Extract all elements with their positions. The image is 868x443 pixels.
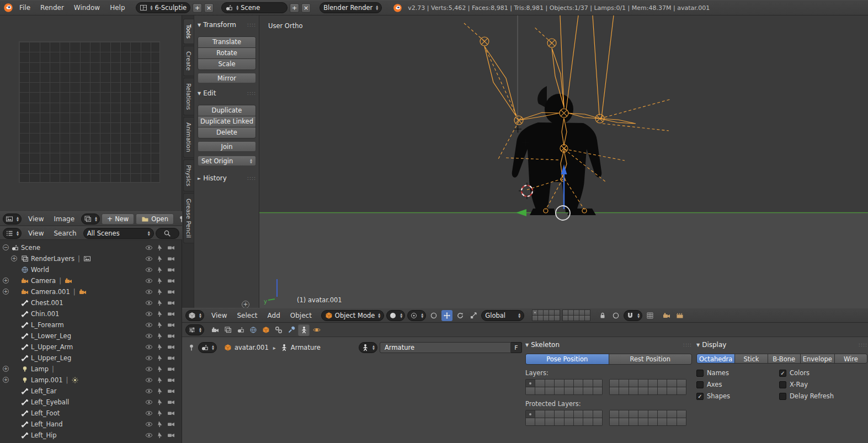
- layer-toggle-12[interactable]: [648, 387, 657, 394]
- selectable-pointer-icon[interactable]: [156, 376, 164, 384]
- toggle-rest-position[interactable]: Rest Position: [609, 354, 692, 364]
- outliner-row-lamp-001[interactable]: +Lamp.001: [0, 375, 182, 386]
- layer-toggle-5[interactable]: [658, 410, 667, 418]
- layer-toggle-9[interactable]: [535, 387, 544, 394]
- outliner-row-l-lower-leg[interactable]: L_Lower_Leg: [0, 330, 182, 341]
- visibility-eye-icon[interactable]: [145, 354, 153, 362]
- layer-toggle-6[interactable]: [583, 380, 592, 387]
- checkbox-box-icon[interactable]: ✓: [696, 393, 704, 400]
- layer-toggle-14[interactable]: [667, 387, 676, 394]
- selectable-pointer-icon[interactable]: [156, 266, 164, 274]
- snap-select[interactable]: [624, 310, 642, 321]
- renderable-camera-icon[interactable]: [167, 277, 175, 285]
- renderable-camera-icon[interactable]: [167, 398, 175, 406]
- visibility-eye-icon[interactable]: [145, 310, 153, 318]
- selectable-pointer-icon[interactable]: [156, 288, 164, 296]
- outliner-menu-search[interactable]: Search: [49, 229, 81, 237]
- pin-icon[interactable]: [188, 344, 195, 351]
- top-menu-help[interactable]: Help: [105, 4, 130, 12]
- shelf-tab-physics[interactable]: Physics: [183, 159, 194, 192]
- collapse-toggle-icon[interactable]: −: [3, 244, 9, 250]
- panel-drag-icon[interactable]: [859, 342, 867, 348]
- layer-toggle-0[interactable]: [610, 410, 619, 418]
- scene-layer-4[interactable]: [555, 310, 560, 315]
- renderable-camera-icon[interactable]: [167, 321, 175, 329]
- panel-drag-icon[interactable]: [247, 22, 256, 28]
- layer-toggle-15[interactable]: [677, 418, 686, 425]
- layer-toggle-10[interactable]: [629, 387, 638, 394]
- layer-toggle-13[interactable]: [574, 418, 583, 425]
- top-menu-file[interactable]: File: [14, 4, 35, 12]
- scene-layer-7[interactable]: [544, 316, 549, 321]
- add-screen-button[interactable]: [193, 3, 202, 13]
- checkbox-x-ray[interactable]: X-Ray: [779, 381, 834, 388]
- renderable-camera-icon[interactable]: [167, 365, 175, 373]
- renderable-camera-icon[interactable]: [167, 288, 175, 296]
- outliner-row-scene[interactable]: −Scene: [0, 242, 182, 253]
- image-browse-select[interactable]: [81, 214, 100, 225]
- layer-toggle-11[interactable]: [555, 387, 563, 394]
- renderable-camera-icon[interactable]: [167, 431, 175, 439]
- pivot-align-toggle[interactable]: [428, 310, 439, 321]
- armature-browse-select[interactable]: [359, 342, 377, 353]
- bone-layers-grid-1[interactable]: [525, 379, 603, 395]
- scene-layer-6[interactable]: [538, 316, 543, 321]
- layer-toggle-3[interactable]: [555, 410, 563, 418]
- visibility-eye-icon[interactable]: [145, 332, 153, 340]
- display-type-wire[interactable]: Wire: [835, 354, 867, 363]
- set-origin-menu-button[interactable]: Set Origin: [198, 156, 256, 166]
- layer-toggle-1[interactable]: [535, 380, 544, 387]
- visibility-eye-icon[interactable]: [145, 288, 153, 296]
- add-scene-button[interactable]: [290, 3, 299, 13]
- expand-toggle-icon[interactable]: +: [3, 289, 9, 295]
- layer-toggle-9[interactable]: [535, 418, 544, 425]
- render-engine-select[interactable]: Blender Render: [319, 2, 382, 13]
- outliner-row-left-hand[interactable]: Left_Hand: [0, 419, 182, 430]
- visibility-eye-icon[interactable]: [145, 244, 153, 252]
- editor-type-selector[interactable]: [3, 214, 22, 225]
- layer-toggle-8[interactable]: [526, 387, 535, 394]
- renderable-camera-icon[interactable]: [167, 266, 175, 274]
- visibility-eye-icon[interactable]: [145, 387, 153, 395]
- props-tab-constraints[interactable]: [273, 324, 284, 336]
- renderable-camera-icon[interactable]: [167, 376, 175, 384]
- blender-app-menu-icon[interactable]: [3, 3, 13, 13]
- panel-drag-icon[interactable]: [247, 175, 256, 181]
- expand-toggle-icon[interactable]: +: [3, 366, 9, 372]
- shelf-tab-grease-pencil[interactable]: Grease Pencil: [183, 193, 194, 243]
- visibility-eye-icon[interactable]: [145, 420, 153, 428]
- layer-toggle-9[interactable]: [619, 387, 628, 394]
- layer-toggle-4[interactable]: [565, 410, 573, 418]
- layer-toggle-14[interactable]: [667, 418, 676, 425]
- outliner-search-field[interactable]: [156, 228, 179, 239]
- layer-toggle-12[interactable]: [648, 418, 657, 425]
- visibility-eye-icon[interactable]: [145, 299, 153, 307]
- outliner-row-l-forearm[interactable]: L_Forearm: [0, 319, 182, 330]
- checkbox-axes[interactable]: Axes: [696, 381, 779, 388]
- uv-image-editor[interactable]: [0, 15, 182, 211]
- scene-layer-3[interactable]: [579, 310, 584, 315]
- scene-lock-toggle[interactable]: [597, 310, 608, 321]
- layer-toggle-11[interactable]: [638, 387, 647, 394]
- viewport-3d[interactable]: User Ortho (1) avatar.001 y: [259, 15, 868, 308]
- scene-layer-3[interactable]: [549, 310, 554, 315]
- scene-layer-8[interactable]: [549, 316, 554, 321]
- scene-layer-1[interactable]: [538, 310, 543, 315]
- layer-toggle-0[interactable]: [526, 410, 535, 418]
- props-tab-object[interactable]: [260, 324, 271, 336]
- checkbox-box-icon[interactable]: [696, 381, 704, 388]
- button-rotate[interactable]: Rotate: [198, 48, 255, 58]
- checkbox-box-icon[interactable]: [696, 370, 704, 377]
- checkbox-box-icon[interactable]: [779, 393, 786, 400]
- visibility-eye-icon[interactable]: [145, 343, 153, 351]
- mirror-button[interactable]: Mirror: [198, 73, 256, 83]
- visibility-eye-icon[interactable]: [145, 431, 153, 439]
- outliner-row-renderlayers[interactable]: +RenderLayers: [0, 253, 182, 264]
- renderable-camera-icon[interactable]: [167, 310, 175, 318]
- view3d-menu-object[interactable]: Object: [285, 312, 317, 319]
- scene-layer-0[interactable]: [532, 310, 537, 315]
- visibility-eye-icon[interactable]: [145, 376, 153, 384]
- renderable-camera-icon[interactable]: [167, 354, 175, 362]
- view3d-menu-add[interactable]: Add: [263, 312, 285, 319]
- renderable-camera-icon[interactable]: [167, 420, 175, 428]
